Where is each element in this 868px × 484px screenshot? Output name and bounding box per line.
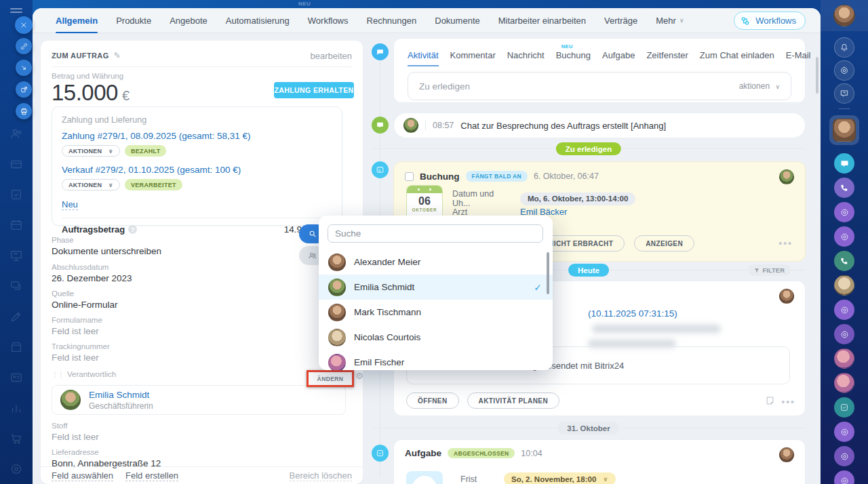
neu-hint: NEU — [298, 1, 311, 7]
responsible-name-link[interactable]: Emilia Schmidt — [89, 390, 153, 400]
user-option[interactable]: Mark Tischmann — [319, 300, 553, 325]
copilot-chat-icon[interactable] — [834, 226, 854, 247]
edit-title-pencil-icon[interactable]: ✎ — [114, 51, 121, 60]
copilot-chat-icon[interactable] — [834, 300, 854, 320]
user-chat-avatar[interactable] — [834, 373, 854, 393]
workflows-button[interactable]: Workflows — [734, 12, 806, 30]
timeline-scrollbar[interactable] — [816, 57, 818, 94]
messenger-icon[interactable] — [834, 83, 854, 104]
tab-mehr[interactable]: Mehr∨ — [656, 8, 684, 33]
tl-tab-email[interactable]: E-Mail — [786, 50, 811, 66]
user-avatar — [328, 254, 346, 271]
booking-checkbox[interactable] — [405, 172, 414, 181]
chat-bubble-icon[interactable] — [834, 153, 854, 174]
filter-button[interactable]: FILTER — [748, 264, 791, 276]
tab-workflows[interactable]: Workflows — [308, 8, 349, 33]
anzeigen-button[interactable]: ANZEIGEN — [634, 235, 694, 251]
print-button[interactable] — [16, 103, 32, 119]
tab-dokumente[interactable]: Dokumente — [435, 8, 479, 33]
collapse-button[interactable] — [16, 60, 32, 76]
aktionen-dropdown[interactable]: AKTIONEN∨ — [62, 179, 120, 190]
user-option-selected[interactable]: Emilia Schmidt ✓ — [319, 275, 553, 300]
copilot-chat-icon[interactable] — [834, 202, 854, 222]
email-read-timestamp-link[interactable]: (10.11.2025 07:31:15) — [588, 308, 677, 319]
copy-link-button[interactable] — [16, 38, 32, 54]
active-chat-highlight[interactable] — [829, 115, 859, 145]
chat-entry-card[interactable]: 08:57 Chat zur Besprechung des Auftrags … — [393, 113, 806, 138]
aendern-button-annotated[interactable]: ÄNDERN — [307, 370, 354, 387]
booking-type: Buchung — [420, 172, 460, 182]
tab-mitarbeiter-einarbeiten[interactable]: Mitarbeiter einarbeiten — [498, 8, 586, 33]
booking-time-pill[interactable]: Mo, 6. Oktober, 13:00-14:00 — [520, 193, 635, 205]
sale-link[interactable]: Verkauf #279/2, 01.10.2025 (gesamt: 100 … — [62, 165, 241, 175]
delete-section-link[interactable]: Bereich löschen — [290, 470, 353, 481]
copilot-chat-icon[interactable] — [834, 446, 854, 466]
task-entry-icon — [372, 445, 389, 462]
booking-author-avatar — [779, 169, 794, 184]
funnel-icon — [754, 268, 760, 273]
tl-tab-aktivitaet[interactable]: Aktivität — [408, 50, 439, 66]
tl-tab-buchung[interactable]: NEU Buchung — [556, 50, 591, 66]
user-option[interactable]: Alexander Meier — [319, 249, 553, 275]
select-field-link[interactable]: Feld auswählen — [52, 470, 113, 481]
payment-link[interactable]: Zahlung #279/1, 08.09.2025 (gesamt: 58,3… — [62, 131, 250, 141]
email-more-button[interactable]: ••• — [781, 397, 795, 407]
phone-call-icon[interactable] — [834, 178, 854, 198]
copilot-chat-icon[interactable] — [834, 422, 854, 442]
tl-tab-zeitfenster[interactable]: Zeitfenster — [646, 50, 688, 66]
tl-tab-kommentar[interactable]: Kommentar — [450, 50, 496, 66]
tab-automatisierung[interactable]: Automatisierung — [226, 8, 290, 33]
plan-activity-button[interactable]: AKTIVITÄT PLANEN — [467, 392, 560, 409]
booking-status-badge: FÄNGT BALD AN — [466, 171, 528, 182]
tasks-check-icon[interactable] — [834, 397, 854, 418]
aktionen-dropdown[interactable]: AKTIONEN∨ — [62, 145, 120, 157]
chevron-down-icon: ∨ — [603, 476, 608, 483]
user-search-input[interactable] — [328, 224, 543, 243]
chat-author-avatar — [403, 118, 418, 133]
tab-produkte[interactable]: Produkte — [116, 8, 151, 33]
tl-tab-zum-chat-einladen[interactable]: Zum Chat einladen — [700, 50, 774, 66]
payment-received-button[interactable]: ZAHLUNG ERHALTEN — [274, 82, 354, 98]
create-field-link[interactable]: Feld erstellen — [125, 470, 178, 481]
menu-icon[interactable] — [10, 6, 22, 15]
tab-angebote[interactable]: Angebote — [170, 8, 208, 33]
notifications-bell-icon[interactable] — [834, 37, 854, 58]
tl-tab-nachricht[interactable]: Nachricht — [507, 50, 545, 66]
bot-avatar[interactable] — [834, 275, 854, 296]
close-panel-button[interactable] — [15, 16, 33, 34]
open-email-button[interactable]: ÖFFNEN — [406, 392, 459, 409]
status-badge-verarbeitet: VERARBEITET — [125, 179, 182, 190]
user-option[interactable]: Emil Fischer — [319, 350, 553, 370]
task-card: Aufgabe ABGESCHLOSSEN 10:04 Frist So, 2.… — [393, 439, 806, 484]
bearbeiten-link[interactable]: bearbeiten — [311, 51, 352, 61]
user-avatar — [328, 329, 346, 346]
booking-more-button[interactable]: ••• — [778, 238, 793, 249]
profile-avatar[interactable] — [833, 5, 855, 26]
help-icon[interactable]: ? — [128, 225, 137, 234]
copilot-icon[interactable] — [834, 60, 854, 81]
task-time: 10:04 — [521, 449, 542, 458]
user-chat-avatar[interactable] — [834, 348, 854, 369]
tab-rechnungen[interactable]: Rechnungen — [367, 8, 417, 33]
tab-allgemein[interactable]: Allgemein — [56, 8, 98, 33]
user-option[interactable]: Nicolas Courtois — [319, 325, 553, 350]
composer-actions-dropdown[interactable]: aktionen ∨ — [739, 81, 780, 91]
new-payment-link[interactable]: Neu — [62, 199, 78, 210]
workflow-icon — [740, 16, 751, 26]
note-icon[interactable] — [765, 395, 775, 406]
task-deadline-pill[interactable]: So, 2. November, 18:00∨ — [504, 472, 616, 484]
phone-call-icon[interactable] — [834, 251, 854, 271]
todo-input[interactable] — [419, 81, 739, 92]
field-formularname: FormularnameFeld ist leer — [52, 316, 102, 336]
dropdown-scrollbar[interactable] — [547, 252, 549, 294]
copilot-chat-icon[interactable] — [834, 470, 854, 484]
check-square-icon — [9, 187, 24, 202]
gear-icon[interactable]: ⚙ — [355, 371, 363, 381]
field-verantwortlich-label: ⋮⋮ Verantwortlich — [52, 370, 116, 378]
drag-handle-icon[interactable]: ⋮⋮ — [52, 371, 64, 378]
chevron-down-icon: ∨ — [108, 182, 113, 188]
open-new-window-button[interactable] — [16, 81, 32, 98]
tab-vertraege[interactable]: Verträge — [604, 8, 637, 33]
copilot-chat-icon[interactable] — [834, 324, 854, 344]
tl-tab-aufgabe[interactable]: Aufgabe — [602, 50, 635, 66]
